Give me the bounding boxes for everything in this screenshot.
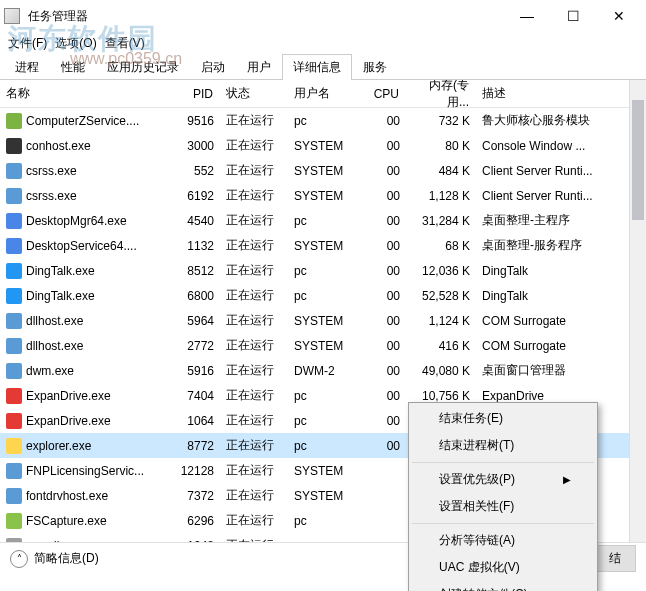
col-mem[interactable]: 内存(专用...	[406, 80, 476, 115]
vertical-scrollbar[interactable]	[629, 80, 646, 542]
process-icon	[6, 338, 22, 354]
tab-startup[interactable]: 启动	[190, 54, 236, 80]
maximize-button[interactable]: ☐	[550, 1, 596, 31]
process-icon	[6, 113, 22, 129]
process-name: explorer.exe	[26, 439, 91, 453]
tab-services[interactable]: 服务	[352, 54, 398, 80]
process-name: DingTalk.exe	[26, 289, 95, 303]
table-row[interactable]: dllhost.exe5964正在运行SYSTEM001,124 KCOM Su…	[0, 308, 629, 333]
table-row[interactable]: dllhost.exe2772正在运行SYSTEM00416 KCOM Surr…	[0, 333, 629, 358]
process-icon	[6, 438, 22, 454]
ctx-uac[interactable]: UAC 虚拟化(V)	[411, 554, 595, 581]
chevron-right-icon: ▶	[563, 474, 571, 485]
titlebar: 任务管理器 — ☐ ✕	[0, 0, 646, 32]
process-mem: 1,128 K	[406, 187, 476, 205]
close-button[interactable]: ✕	[596, 1, 642, 31]
ctx-end-tree[interactable]: 结束进程树(T)	[411, 432, 595, 459]
ctx-dump[interactable]: 创建转储文件(C)	[411, 581, 595, 591]
menu-options[interactable]: 选项(O)	[55, 35, 96, 52]
tab-users[interactable]: 用户	[236, 54, 282, 80]
end-task-button[interactable]: 结	[594, 545, 636, 572]
process-mem: 12,036 K	[406, 262, 476, 280]
table-row[interactable]: conhost.exe3000正在运行SYSTEM0080 KConsole W…	[0, 133, 629, 158]
table-row[interactable]: DingTalk.exe8512正在运行pc0012,036 KDingTalk	[0, 258, 629, 283]
process-mem: 68 K	[406, 237, 476, 255]
process-name: DesktopMgr64.exe	[26, 214, 127, 228]
process-pid: 9516	[170, 112, 220, 130]
ctx-affinity[interactable]: 设置相关性(F)	[411, 493, 595, 520]
process-icon	[6, 413, 22, 429]
process-cpu: 00	[364, 112, 406, 130]
process-desc: Client Server Runti...	[476, 162, 616, 180]
process-pid: 6800	[170, 287, 220, 305]
process-name: ExpanDrive.exe	[26, 414, 111, 428]
col-name[interactable]: 名称	[0, 81, 170, 106]
process-name: csrss.exe	[26, 164, 77, 178]
col-pid[interactable]: PID	[170, 83, 220, 105]
process-icon	[6, 188, 22, 204]
scrollbar-thumb[interactable]	[632, 100, 644, 220]
table-row[interactable]: DesktopMgr64.exe4540正在运行pc0031,284 K桌面整理…	[0, 208, 629, 233]
process-pid: 1132	[170, 237, 220, 255]
process-status: 正在运行	[220, 110, 288, 131]
table-row[interactable]: dwm.exe5916正在运行DWM-20049,080 K桌面窗口管理器	[0, 358, 629, 383]
ctx-priority[interactable]: 设置优先级(P)▶	[411, 466, 595, 493]
tab-processes[interactable]: 进程	[4, 54, 50, 80]
process-user: SYSTEM	[288, 162, 364, 180]
menu-view[interactable]: 查看(V)	[105, 35, 145, 52]
col-desc[interactable]: 描述	[476, 81, 616, 106]
process-mem: 732 K	[406, 112, 476, 130]
process-user: pc	[288, 537, 364, 543]
col-cpu[interactable]: CPU	[364, 83, 406, 105]
fewer-details-button[interactable]: ˄ 简略信息(D)	[10, 550, 99, 568]
process-status: 正在运行	[220, 360, 288, 381]
col-status[interactable]: 状态	[220, 81, 288, 106]
process-status: 正在运行	[220, 460, 288, 481]
process-cpu: 00	[364, 387, 406, 405]
process-status: 正在运行	[220, 435, 288, 456]
process-cpu	[364, 469, 406, 473]
process-user: pc	[288, 387, 364, 405]
process-pid: 1064	[170, 412, 220, 430]
table-row[interactable]: csrss.exe6192正在运行SYSTEM001,128 KClient S…	[0, 183, 629, 208]
process-desc: COM Surrogate	[476, 312, 616, 330]
process-user: SYSTEM	[288, 237, 364, 255]
tab-details[interactable]: 详细信息	[282, 54, 352, 80]
minimize-button[interactable]: —	[504, 1, 550, 31]
table-row[interactable]: DingTalk.exe6800正在运行pc0052,528 KDingTalk	[0, 283, 629, 308]
process-status: 正在运行	[220, 285, 288, 306]
col-user[interactable]: 用户名	[288, 81, 364, 106]
process-name: FNPLicensingServic...	[26, 464, 144, 478]
process-status: 正在运行	[220, 160, 288, 181]
process-pid: 5916	[170, 362, 220, 380]
process-mem: 484 K	[406, 162, 476, 180]
process-user: DWM-2	[288, 362, 364, 380]
ctx-end-task[interactable]: 结束任务(E)	[411, 405, 595, 432]
app-icon	[4, 8, 20, 24]
process-name: dllhost.exe	[26, 339, 83, 353]
process-name: guardhp.exe	[26, 539, 93, 543]
tab-performance[interactable]: 性能	[50, 54, 96, 80]
process-user: pc	[288, 262, 364, 280]
menu-file[interactable]: 文件(F)	[8, 35, 47, 52]
process-user: pc	[288, 287, 364, 305]
process-mem: 52,528 K	[406, 287, 476, 305]
process-pid: 8512	[170, 262, 220, 280]
table-row[interactable]: ComputerZService....9516正在运行pc00732 K鲁大师…	[0, 108, 629, 133]
process-desc: DingTalk	[476, 287, 616, 305]
ctx-analyze[interactable]: 分析等待链(A)	[411, 527, 595, 554]
process-status: 正在运行	[220, 410, 288, 431]
process-user: pc	[288, 412, 364, 430]
process-pid: 8772	[170, 437, 220, 455]
process-status: 正在运行	[220, 210, 288, 231]
process-pid: 552	[170, 162, 220, 180]
tab-history[interactable]: 应用历史记录	[96, 54, 190, 80]
table-row[interactable]: DesktopService64....1132正在运行SYSTEM0068 K…	[0, 233, 629, 258]
table-row[interactable]: csrss.exe552正在运行SYSTEM00484 KClient Serv…	[0, 158, 629, 183]
process-icon	[6, 138, 22, 154]
process-status: 正在运行	[220, 135, 288, 156]
process-user: SYSTEM	[288, 487, 364, 505]
ctx-separator	[412, 462, 594, 463]
process-icon	[6, 463, 22, 479]
process-cpu: 00	[364, 412, 406, 430]
